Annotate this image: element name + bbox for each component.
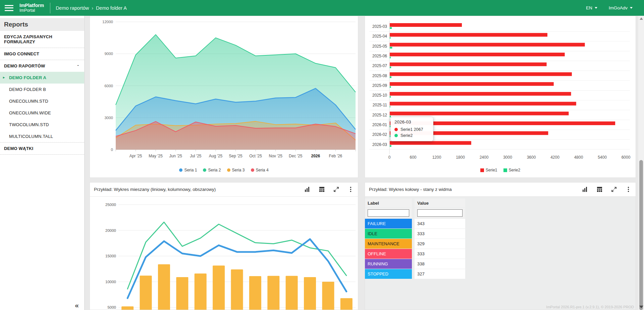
sidebar-collapse-button[interactable]: « (75, 301, 79, 309)
svg-text:25000: 25000 (105, 203, 116, 207)
legend-item[interactable]: Serie2 (503, 168, 521, 172)
sidebar-item-onecolumn-std[interactable]: ONECOLUMN.STD (0, 95, 84, 107)
table-row[interactable]: MAINTENANCE329 (365, 239, 466, 249)
sidebar-item-onecolumn-wide[interactable]: ONECOLUMN.WIDE (0, 107, 84, 119)
legend-swatch (179, 168, 182, 172)
legend-label: Seria 4 (256, 168, 269, 172)
svg-text:4800: 4800 (574, 155, 583, 160)
label-cell: RUNNING (365, 259, 412, 269)
svg-text:2025-04: 2025-04 (372, 34, 387, 39)
app-name-line2: ImPortal (19, 8, 44, 13)
scroll-down-icon[interactable] (639, 306, 643, 308)
breadcrumb-item-current[interactable]: Demo folder A (96, 5, 127, 11)
legend-item[interactable]: Seria 3 (227, 168, 245, 172)
table-row[interactable]: RUNNING338 (365, 259, 466, 269)
table-header-row: LabelValue (365, 199, 466, 207)
svg-text:3600: 3600 (527, 155, 536, 160)
table-row[interactable]: STOPPED327 (365, 269, 466, 279)
value-filter-input[interactable] (417, 209, 463, 217)
sidebar-item-demo-raportów[interactable]: DEMO RAPORTÓW- (0, 60, 84, 72)
svg-text:3000: 3000 (104, 116, 113, 120)
vertical-scrollbar[interactable] (638, 16, 644, 310)
panel-title: Przykład: Wykres kołowy - stany z widma (369, 187, 452, 192)
fullscreen-icon[interactable] (610, 186, 617, 193)
legend-swatch (251, 168, 254, 172)
svg-text:10000: 10000 (105, 280, 116, 284)
sidebar-item-twocolumn-std[interactable]: TWOCOLUMN.STD (0, 119, 84, 131)
svg-text:2025-06: 2025-06 (372, 54, 387, 58)
legend-item[interactable]: Serie1 (480, 168, 497, 172)
chevron-down-icon (630, 7, 633, 9)
label-filter-input[interactable] (368, 209, 409, 217)
value-cell: 343 (415, 219, 465, 228)
svg-text:1800: 1800 (456, 155, 465, 160)
svg-text:2400: 2400 (480, 155, 489, 160)
sidebar: Reports EDYCJA ZAPISANYCH FORMULARZYIMGO… (0, 16, 84, 310)
collapse-group-icon[interactable]: - (77, 63, 79, 68)
svg-text:May '25: May '25 (149, 154, 163, 158)
hamburger-menu-icon[interactable] (5, 5, 13, 11)
legend-item[interactable]: Seria 4 (251, 168, 269, 172)
scrollbar-thumb[interactable] (639, 160, 643, 310)
panel-mixed-chart: Przykład: Wykres mieszany (liniowy, kolu… (90, 182, 358, 310)
top-header: ImPlatform ImPortal Demo raportów › Demo… (0, 0, 644, 16)
tooltip-series-row: Serie2 (394, 133, 429, 138)
svg-text:20000: 20000 (105, 228, 116, 232)
svg-text:Jun '25: Jun '25 (169, 154, 182, 158)
column-header-label[interactable]: Label (365, 199, 412, 207)
column-chart-icon[interactable] (582, 186, 588, 193)
table-row[interactable]: OFFLINE333 (365, 249, 466, 259)
sidebar-item-demo-folder-a[interactable]: ▸DEMO FOLDER A (0, 72, 84, 84)
value-cell: 333 (415, 249, 465, 259)
svg-text:2026-01: 2026-01 (372, 122, 387, 127)
legend-label: Serie2 (509, 168, 521, 172)
svg-text:Aug '25: Aug '25 (209, 154, 223, 158)
selected-item-arrow-icon: ▸ (3, 75, 5, 79)
sidebar-item-demo-folder-b[interactable]: DEMO FOLDER B (0, 84, 84, 95)
sidebar-item-multicolumn-tall[interactable]: MULTICOLUMN.TALL (0, 131, 84, 143)
area-chart[interactable]: 030006000900012000Apr '25May '25Jun '25J… (90, 16, 358, 177)
user-dropdown[interactable]: ImGoAdv (609, 5, 633, 10)
table-icon[interactable] (596, 186, 603, 193)
panel-status-table: Przykład: Wykres kołowy - stany z widma … (365, 182, 636, 310)
horizontal-bar-chart[interactable]: 2025-032025-042025-052025-062025-072025-… (365, 16, 636, 177)
legend-item[interactable]: Seria 2 (203, 168, 221, 172)
table-row[interactable]: FAILURE343 (365, 219, 466, 228)
svg-text:2025-05: 2025-05 (372, 44, 387, 49)
svg-text:4200: 4200 (550, 155, 559, 160)
column-header-value[interactable]: Value (415, 199, 465, 207)
language-dropdown[interactable]: EN (586, 5, 597, 10)
label-cell: FAILURE (365, 219, 412, 228)
breadcrumb: Demo raportów › Demo folder A (56, 5, 127, 11)
table-icon[interactable] (318, 186, 325, 193)
scroll-up-icon[interactable] (640, 17, 643, 20)
legend-swatch (227, 168, 230, 172)
app-logo[interactable]: ImPlatform ImPortal (19, 3, 44, 13)
legend-label: Seria 2 (208, 168, 221, 172)
sidebar-item-demo-wątki[interactable]: DEMO WĄTKI (0, 143, 84, 155)
panel-header: Przykład: Wykres mieszany (liniowy, kolu… (90, 183, 358, 197)
sidebar-item-imgo-connect[interactable]: IMGO CONNECT (0, 48, 84, 60)
column-chart-icon[interactable] (304, 186, 311, 193)
panel-toolbar (582, 186, 632, 193)
svg-text:2025-11: 2025-11 (373, 103, 387, 107)
kebab-menu-icon[interactable] (625, 186, 632, 193)
legend-item[interactable]: Seria 1 (179, 168, 197, 172)
header-divider (50, 3, 50, 13)
kebab-menu-icon[interactable] (347, 186, 354, 193)
filter-cell (365, 208, 412, 218)
legend-label: Seria 1 (184, 168, 197, 172)
breadcrumb-item-folder-parent[interactable]: Demo raportów (56, 5, 89, 11)
label-cell: MAINTENANCE (365, 239, 412, 249)
mixed-chart[interactable]: 250002000015000100005000 (90, 197, 358, 310)
fullscreen-icon[interactable] (333, 186, 339, 193)
table-row[interactable]: IDLE333 (365, 229, 466, 239)
value-cell: 338 (415, 259, 465, 269)
sidebar-item-edycja-zapisanych-formularzy[interactable]: EDYCJA ZAPISANYCH FORMULARZY (0, 31, 84, 48)
svg-text:2026: 2026 (311, 154, 320, 158)
svg-text:2026-02: 2026-02 (372, 132, 387, 137)
legend-label: Serie1 (486, 168, 497, 172)
svg-text:0: 0 (111, 148, 113, 152)
svg-text:5000: 5000 (107, 305, 116, 309)
legend-swatch (480, 168, 484, 172)
